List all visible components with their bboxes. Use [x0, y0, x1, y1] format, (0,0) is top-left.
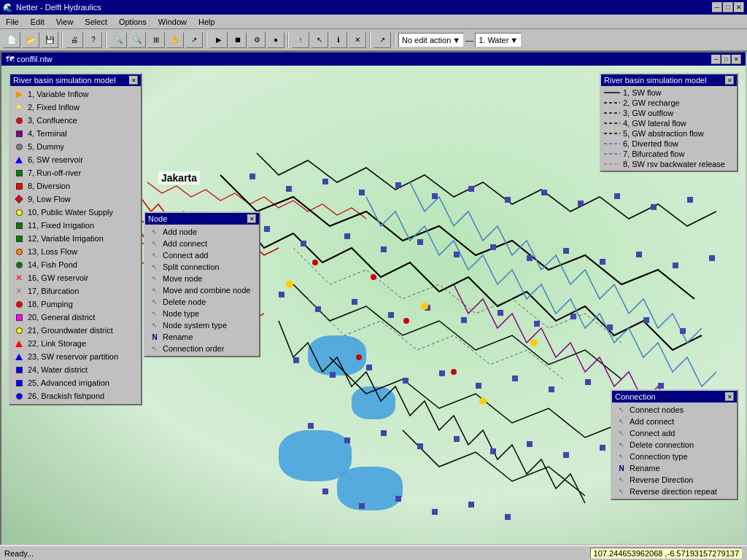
- svg-rect-20: [527, 255, 533, 261]
- save-button[interactable]: 💾: [41, 32, 58, 48]
- menu-edit[interactable]: Edit: [28, 17, 47, 27]
- connection-panel-item[interactable]: ↖Delete connection: [615, 439, 734, 451]
- panel-item-label: Add node: [163, 228, 197, 236]
- node-panel-item[interactable]: ↖Add node: [148, 226, 256, 238]
- node-panel-item[interactable]: ↖Connect add: [148, 249, 256, 261]
- svg-rect-24: [673, 262, 678, 268]
- connection-panel-title: Connection: [615, 392, 656, 401]
- node-legend-close-btn[interactable]: ✕: [129, 76, 138, 85]
- svg-rect-5: [432, 193, 438, 199]
- svg-rect-39: [330, 372, 336, 378]
- water-dropdown[interactable]: 1. Water ▼: [475, 33, 522, 47]
- connection-panel-item[interactable]: ↖Connection type: [615, 451, 734, 462]
- connection-legend-item: 1, SW flow: [604, 88, 734, 98]
- mdi-buttons: ─ □ ✕: [711, 55, 741, 64]
- info-button[interactable]: ℹ: [330, 32, 347, 48]
- svg-rect-22: [600, 259, 605, 265]
- node-button[interactable]: ●: [267, 32, 285, 48]
- toolbar: 📄 📂 💾 🖨 ? 🔍 🔍 ⊞ ✋ ↗ ▶ ⏹ ⚙ ● ↑ ↖ ℹ ✕ ↗ No…: [0, 29, 747, 51]
- zoom-out-button[interactable]: 🔍: [128, 32, 146, 48]
- settings-button[interactable]: ⚙: [248, 32, 266, 48]
- title-bar-buttons: ─ □ ✕: [712, 2, 744, 12]
- svg-point-71: [356, 354, 362, 360]
- minimize-button[interactable]: ─: [712, 2, 722, 12]
- panel-item-icon: ↖: [616, 451, 627, 462]
- zoom-fit-button[interactable]: ⊞: [147, 32, 165, 48]
- select-button[interactable]: ↗: [185, 32, 203, 48]
- panel-item-icon: ↖: [150, 227, 160, 237]
- edit-action-dropdown[interactable]: No edit action ▼: [398, 33, 464, 47]
- node-panel-item[interactable]: ↖Split connection: [148, 261, 256, 273]
- menu-view[interactable]: View: [53, 17, 77, 27]
- legend-icon: [13, 219, 25, 231]
- line-style-icon: [604, 119, 620, 128]
- connection-panel-item[interactable]: ↖Connect add: [615, 427, 734, 439]
- mdi-close[interactable]: ✕: [732, 55, 741, 64]
- connection-panel-content: ↖Connect nodes↖Add connect↖Connect add↖D…: [612, 402, 737, 499]
- node-panel-item[interactable]: ↖Node type: [148, 308, 256, 319]
- svg-point-68: [312, 260, 318, 265]
- legend-item: 7, Run-off-river: [13, 166, 138, 179]
- node-panel-item[interactable]: NRename: [148, 331, 256, 343]
- menu-file[interactable]: File: [3, 17, 22, 27]
- svg-rect-17: [417, 239, 423, 245]
- connection-panel-item[interactable]: ↖Connect nodes: [615, 404, 734, 416]
- panel-item-label: Node type: [163, 309, 199, 318]
- menu-options[interactable]: Options: [116, 17, 150, 27]
- node-legend-content: ▶1, Variable Inflow✦2, Fixed Inflow3, Co…: [10, 86, 141, 404]
- run-button[interactable]: ▶: [210, 32, 228, 48]
- connection-panel-close-btn[interactable]: ✕: [725, 392, 734, 401]
- menu-select[interactable]: Select: [82, 17, 110, 27]
- node-panel-item[interactable]: ↖Node system type: [148, 319, 256, 331]
- legend-icon: [13, 141, 25, 152]
- cross-button[interactable]: ✕: [349, 32, 366, 48]
- legend-icon: ✦: [13, 101, 25, 113]
- map-area[interactable]: Jakarta: [1, 66, 746, 544]
- menu-window[interactable]: Window: [155, 17, 190, 27]
- toolbar-sep-6: [394, 33, 395, 47]
- close-button[interactable]: ✕: [734, 2, 744, 12]
- connection-panel-item[interactable]: ↖Add connect: [615, 416, 734, 427]
- panel-item-icon: ↖: [150, 343, 160, 354]
- node-panel-close-btn[interactable]: ✕: [247, 214, 256, 223]
- new-button[interactable]: 📄: [3, 32, 20, 48]
- connection-legend-close-btn[interactable]: ✕: [725, 76, 734, 85]
- print-button[interactable]: 🖨: [66, 32, 83, 48]
- mdi-maximize[interactable]: □: [721, 55, 731, 64]
- svg-rect-28: [352, 299, 357, 305]
- help-button[interactable]: ?: [85, 32, 102, 48]
- menu-help[interactable]: Help: [196, 17, 218, 27]
- node-panel-item[interactable]: ↖Delete node: [148, 296, 256, 308]
- pointer-button[interactable]: ↗: [374, 32, 391, 48]
- legend-label: 1, Variable Inflow: [28, 90, 89, 98]
- node-panel-item[interactable]: ↖Connection order: [148, 343, 256, 354]
- pan-button[interactable]: ✋: [166, 32, 184, 48]
- cursor-button[interactable]: ↖: [311, 32, 328, 48]
- zoom-in-button[interactable]: 🔍: [109, 32, 127, 48]
- node-panel-item[interactable]: ↖Add connect: [148, 238, 256, 249]
- svg-rect-9: [578, 201, 584, 206]
- svg-rect-34: [570, 314, 576, 319]
- legend-icon: [13, 390, 25, 402]
- legend-item: ▶1, Variable Inflow: [13, 88, 138, 101]
- panel-item-label: Delete connection: [630, 440, 694, 449]
- mdi-minimize[interactable]: ─: [711, 55, 721, 64]
- maximize-button[interactable]: □: [723, 2, 733, 12]
- arrow-button[interactable]: ↑: [292, 32, 309, 48]
- node-panel-item[interactable]: ↖Move node: [148, 273, 256, 284]
- toolbar-sep-3: [206, 33, 207, 47]
- node-panel-item[interactable]: ↖Move and combine node: [148, 284, 256, 296]
- connection-panel-item[interactable]: NRename: [615, 462, 734, 474]
- connection-panel-item[interactable]: ↖Reverse direction repeat: [615, 486, 734, 497]
- connection-legend-item: 7, Bifurcated flow: [604, 149, 734, 159]
- legend-item: 14, Fish Pond: [13, 258, 138, 271]
- svg-rect-60: [395, 496, 401, 502]
- status-bar: Ready... 107.244653962068 ,-6.5719315727…: [0, 545, 747, 560]
- node-panel: Node ✕ ↖Add node↖Add connect↖Connect add…: [144, 211, 260, 357]
- stop-button[interactable]: ⏹: [229, 32, 247, 48]
- connection-legend-label: 2, GW recharge: [623, 98, 680, 107]
- panel-item-label: Connect add: [163, 251, 208, 260]
- legend-item: 24, Water district: [13, 363, 138, 376]
- connection-panel-item[interactable]: ↖Reverse Direction: [615, 474, 734, 486]
- open-button[interactable]: 📂: [22, 32, 39, 48]
